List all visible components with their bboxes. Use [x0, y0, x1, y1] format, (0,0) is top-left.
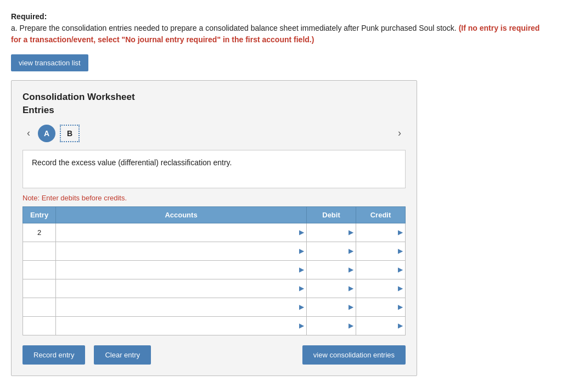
table-row: ▶▶▶ [23, 260, 406, 279]
debit-cell[interactable]: ▶ [307, 316, 356, 335]
debit-arrow-icon: ▶ [349, 284, 353, 292]
col-debit-header: Debit [307, 206, 356, 223]
debit-arrow-icon: ▶ [349, 228, 353, 236]
description-box: Record the excess value (differential) r… [23, 150, 406, 188]
table-row: ▶▶▶ [23, 316, 406, 335]
debit-arrow-icon: ▶ [349, 266, 353, 273]
entry-cell [23, 260, 56, 279]
required-label: Required: [11, 12, 47, 21]
note-text: Note: Enter debits before credits. [23, 194, 406, 202]
credit-cell[interactable]: ▶ [356, 223, 406, 242]
credit-cell[interactable]: ▶ [356, 316, 406, 335]
dropdown-arrow-icon: ▶ [299, 228, 304, 236]
credit-cell[interactable]: ▶ [356, 298, 406, 316]
accounts-cell[interactable]: ▶ [56, 260, 307, 279]
table-row: ▶▶▶ [23, 242, 406, 260]
entry-cell: 2 [23, 223, 56, 242]
nav-prev-arrow[interactable]: ‹ [23, 125, 35, 141]
bottom-buttons: Record entry Clear entry view consolidat… [23, 345, 406, 365]
entry-cell [23, 242, 56, 260]
worksheet-title: Consolidation Worksheet Entries [23, 91, 406, 117]
credit-arrow-icon: ▶ [398, 303, 403, 311]
credit-cell[interactable]: ▶ [356, 279, 406, 298]
dropdown-arrow-icon: ▶ [299, 266, 304, 273]
col-entry-header: Entry [23, 206, 56, 223]
table-row: 2▶▶▶ [23, 223, 406, 242]
debit-cell[interactable]: ▶ [307, 223, 356, 242]
debit-arrow-icon: ▶ [349, 247, 353, 255]
table-row: ▶▶▶ [23, 279, 406, 298]
entry-cell [23, 316, 56, 335]
accounts-cell[interactable]: ▶ [56, 223, 307, 242]
clear-entry-button[interactable]: Clear entry [94, 345, 151, 365]
record-entry-button[interactable]: Record entry [23, 345, 85, 365]
entry-table: Entry Accounts Debit Credit 2▶▶▶▶▶▶▶▶▶▶▶… [23, 206, 406, 335]
credit-arrow-icon: ▶ [398, 322, 403, 329]
accounts-cell[interactable]: ▶ [56, 316, 307, 335]
entry-cell [23, 279, 56, 298]
worksheet-container: Consolidation Worksheet Entries ‹ A B › … [11, 80, 417, 376]
col-accounts-header: Accounts [56, 206, 307, 223]
required-section: Required: a. Prepare the consolidation e… [11, 11, 551, 46]
dropdown-arrow-icon: ▶ [299, 247, 304, 255]
credit-arrow-icon: ▶ [398, 266, 403, 273]
debit-cell[interactable]: ▶ [307, 298, 356, 316]
debit-arrow-icon: ▶ [349, 322, 353, 329]
nav-next-arrow[interactable]: › [394, 125, 406, 141]
dropdown-arrow-icon: ▶ [299, 303, 304, 311]
required-text-a: a. Prepare the consolidation entries nee… [11, 24, 457, 32]
debit-cell[interactable]: ▶ [307, 242, 356, 260]
debit-cell[interactable]: ▶ [307, 279, 356, 298]
credit-arrow-icon: ▶ [398, 228, 403, 236]
credit-cell[interactable]: ▶ [356, 260, 406, 279]
description-text: Record the excess value (differential) r… [32, 158, 232, 167]
debit-arrow-icon: ▶ [349, 303, 353, 311]
accounts-cell[interactable]: ▶ [56, 242, 307, 260]
col-credit-header: Credit [356, 206, 406, 223]
credit-cell[interactable]: ▶ [356, 242, 406, 260]
credit-arrow-icon: ▶ [398, 247, 403, 255]
accounts-cell[interactable]: ▶ [56, 279, 307, 298]
view-transaction-button[interactable]: view transaction list [11, 54, 88, 71]
table-row: ▶▶▶ [23, 298, 406, 316]
view-consolidation-button[interactable]: view consolidation entries [302, 345, 406, 365]
dropdown-arrow-icon: ▶ [299, 322, 304, 329]
tab-a[interactable]: A [38, 125, 55, 142]
tab-navigation: ‹ A B › [23, 125, 406, 142]
tab-b[interactable]: B [60, 125, 80, 142]
dropdown-arrow-icon: ▶ [299, 284, 304, 292]
credit-arrow-icon: ▶ [398, 284, 403, 292]
debit-cell[interactable]: ▶ [307, 260, 356, 279]
accounts-cell[interactable]: ▶ [56, 298, 307, 316]
entry-cell [23, 298, 56, 316]
